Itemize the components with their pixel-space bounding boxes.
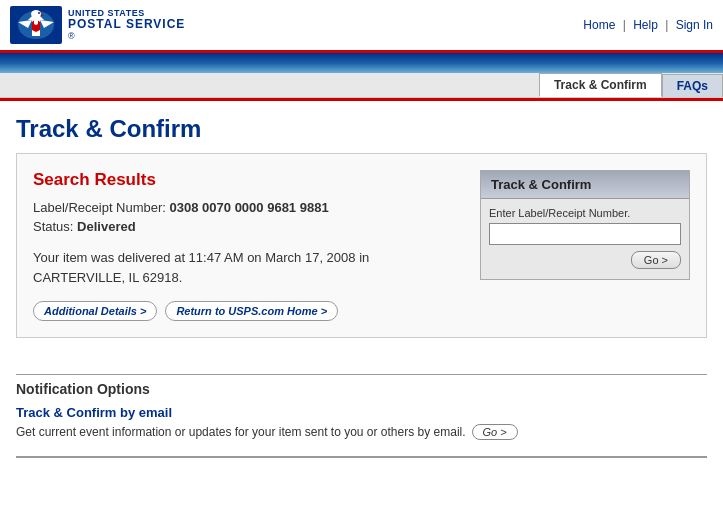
- footer-divider: [16, 456, 707, 458]
- notification-divider: [16, 374, 707, 375]
- signin-link[interactable]: Sign In: [676, 18, 713, 32]
- nav-bar: Track & Confirm FAQs: [0, 73, 723, 98]
- sidebar-go-button[interactable]: Go >: [631, 251, 681, 269]
- home-link[interactable]: Home: [583, 18, 615, 32]
- delivery-text: Your item was delivered at 11:47 AM on M…: [33, 248, 464, 287]
- usps-logo-text: UNITED STATES POSTAL SERVICE ®: [68, 9, 185, 42]
- label-number: 0308 0070 0000 9681 9881: [170, 200, 329, 215]
- results-left: Search Results Label/Receipt Number: 030…: [33, 170, 464, 321]
- status-prefix: Status:: [33, 219, 77, 234]
- label-receipt-input[interactable]: [489, 223, 681, 245]
- sidebar-label: Enter Label/Receipt Number.: [489, 207, 681, 219]
- tab-track-confirm[interactable]: Track & Confirm: [539, 73, 662, 97]
- status-line: Status: Delivered: [33, 219, 464, 234]
- sidebar-title: Track & Confirm: [481, 171, 689, 199]
- sidebar-go-row: Go >: [489, 251, 681, 269]
- sidebar-body: Enter Label/Receipt Number. Go >: [481, 199, 689, 279]
- return-home-button[interactable]: Return to USPS.com Home >: [165, 301, 338, 321]
- main-content: Search Results Label/Receipt Number: 030…: [0, 153, 723, 354]
- page-title: Track & Confirm: [16, 115, 707, 143]
- logo-area: UNITED STATES POSTAL SERVICE ®: [10, 6, 185, 44]
- notification-desc-text: Get current event information or updates…: [16, 425, 466, 439]
- usps-eagle-icon: [10, 6, 62, 44]
- notification-section: Notification Options Track & Confirm by …: [0, 374, 723, 440]
- status-value: Delivered: [77, 219, 136, 234]
- track-email-link[interactable]: Track & Confirm by email: [16, 405, 707, 420]
- notification-title: Notification Options: [16, 381, 707, 397]
- action-buttons: Additional Details > Return to USPS.com …: [33, 301, 464, 321]
- label-number-line: Label/Receipt Number: 0308 0070 0000 968…: [33, 200, 464, 215]
- results-box: Search Results Label/Receipt Number: 030…: [16, 153, 707, 338]
- search-results-title: Search Results: [33, 170, 464, 190]
- svg-marker-9: [34, 19, 38, 25]
- blue-banner: [0, 53, 723, 73]
- svg-point-5: [31, 10, 41, 18]
- svg-point-7: [38, 12, 40, 14]
- notification-description: Get current event information or updates…: [16, 424, 707, 440]
- track-confirm-sidebar: Track & Confirm Enter Label/Receipt Numb…: [480, 170, 690, 280]
- page-header: UNITED STATES POSTAL SERVICE ® Home | He…: [0, 0, 723, 53]
- page-title-bar: Track & Confirm: [0, 101, 723, 153]
- label-prefix: Label/Receipt Number:: [33, 200, 170, 215]
- additional-details-button[interactable]: Additional Details >: [33, 301, 157, 321]
- top-navigation: Home | Help | Sign In: [583, 18, 713, 32]
- notification-go-button[interactable]: Go >: [472, 424, 518, 440]
- tab-faqs[interactable]: FAQs: [662, 74, 723, 97]
- help-link[interactable]: Help: [633, 18, 658, 32]
